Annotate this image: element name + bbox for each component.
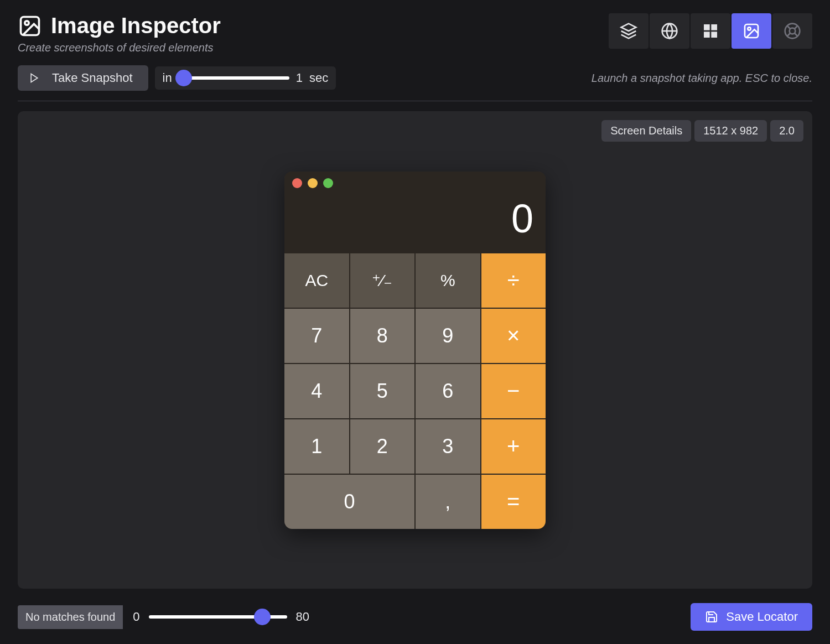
calc-btn-multiply[interactable]: × — [481, 309, 546, 363]
hint-text: Launch a snapshot taking app. ESC to clo… — [592, 72, 812, 85]
calc-btn-9[interactable]: 9 — [416, 309, 480, 363]
tab-layers[interactable] — [609, 13, 649, 49]
delay-prefix: in — [163, 71, 172, 85]
delay-control: in 1 sec — [155, 66, 336, 90]
svg-marker-17 — [31, 74, 38, 82]
tab-globe[interactable] — [650, 13, 689, 49]
calculator-display: 0 — [284, 193, 546, 253]
threshold-slider[interactable] — [149, 615, 287, 619]
svg-line-16 — [787, 33, 791, 37]
snapshot-button-label: Take Snapshot — [52, 71, 133, 85]
save-locator-button[interactable]: Save Locator — [691, 603, 812, 631]
take-snapshot-button[interactable]: Take Snapshot — [18, 65, 148, 91]
slider-thumb[interactable] — [175, 70, 192, 86]
svg-rect-8 — [711, 32, 717, 38]
calc-btn-4[interactable]: 4 — [284, 364, 349, 418]
delay-value: 1 — [296, 71, 303, 85]
svg-line-13 — [787, 26, 791, 29]
delay-unit: sec — [309, 71, 328, 85]
screen-details-button[interactable]: Screen Details — [601, 120, 691, 142]
window-controls — [284, 172, 546, 193]
svg-line-14 — [795, 33, 798, 37]
calc-btn-8[interactable]: 8 — [350, 309, 415, 363]
calc-btn-equals[interactable]: = — [481, 475, 546, 529]
calc-btn-0[interactable]: 0 — [284, 475, 414, 529]
svg-rect-5 — [704, 24, 710, 30]
svg-point-10 — [748, 27, 750, 30]
range-min: 0 — [133, 610, 139, 624]
page-subtitle: Create screenshots of desired elements — [18, 41, 221, 54]
scale-chip: 2.0 — [770, 120, 803, 142]
preview-area: Screen Details 1512 x 982 2.0 0 AC ⁺∕₋ %… — [18, 111, 812, 589]
tab-help[interactable] — [772, 13, 812, 49]
calc-btn-minus[interactable]: − — [481, 364, 546, 418]
image-icon — [18, 14, 42, 38]
mode-tabs — [609, 13, 812, 49]
svg-line-15 — [795, 26, 798, 29]
calc-btn-decimal[interactable]: , — [416, 475, 480, 529]
svg-rect-6 — [711, 24, 717, 30]
save-icon — [705, 610, 718, 624]
save-button-label: Save Locator — [726, 610, 798, 624]
fullscreen-icon[interactable] — [323, 178, 333, 188]
calc-btn-6[interactable]: 6 — [416, 364, 480, 418]
calc-btn-5[interactable]: 5 — [350, 364, 415, 418]
calc-btn-plus[interactable]: + — [481, 419, 546, 474]
svg-rect-7 — [704, 32, 710, 38]
svg-marker-2 — [621, 24, 636, 31]
calc-btn-sign[interactable]: ⁺∕₋ — [350, 253, 415, 308]
play-icon — [29, 72, 40, 84]
resolution-chip: 1512 x 982 — [694, 120, 767, 142]
tab-image[interactable] — [732, 13, 771, 49]
page-title: Image Inspector — [51, 13, 221, 38]
slider-thumb[interactable] — [254, 609, 271, 625]
match-status: No matches found — [18, 605, 123, 629]
calc-btn-7[interactable]: 7 — [284, 309, 349, 363]
tab-windows[interactable] — [691, 13, 730, 49]
calc-btn-3[interactable]: 3 — [416, 419, 480, 474]
calc-btn-2[interactable]: 2 — [350, 419, 415, 474]
calc-btn-percent[interactable]: % — [416, 253, 480, 308]
range-max: 80 — [296, 610, 309, 624]
calc-btn-divide[interactable]: ÷ — [481, 253, 546, 308]
calc-btn-1[interactable]: 1 — [284, 419, 349, 474]
calculator-window: 0 AC ⁺∕₋ % ÷ 7 8 9 × 4 5 6 − 1 2 3 + 0 ,… — [284, 172, 546, 529]
calc-btn-ac[interactable]: AC — [284, 253, 349, 308]
minimize-icon[interactable] — [308, 178, 318, 188]
svg-point-1 — [25, 20, 29, 24]
close-icon[interactable] — [292, 178, 302, 188]
delay-slider[interactable] — [179, 76, 289, 80]
